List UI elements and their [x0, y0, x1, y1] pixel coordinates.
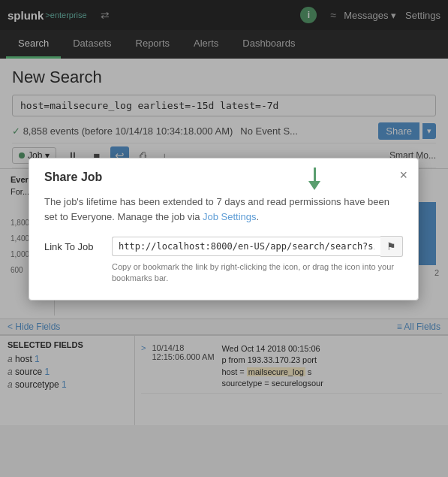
dialog-body-suffix: . [257, 211, 260, 222]
job-settings-link[interactable]: Job Settings [203, 211, 257, 222]
arrow-line [314, 168, 316, 181]
dialog-overlay: Share Job × The job's lifetime has been … [0, 0, 448, 477]
link-copy-icon-button[interactable]: ⚑ [380, 236, 403, 257]
link-to-job-field: Link To Job ⚑ [44, 236, 403, 257]
dialog-hint: Copy or bookmark the link by right-click… [112, 261, 403, 285]
dialog-title: Share Job [44, 171, 403, 184]
link-to-job-input[interactable] [112, 237, 380, 256]
arrow-head [308, 181, 320, 190]
share-arrow-indicator [308, 168, 320, 190]
link-to-job-label: Link To Job [44, 241, 112, 252]
dialog-body: The job's lifetime has been extended to … [44, 195, 403, 224]
share-job-dialog: Share Job × The job's lifetime has been … [29, 158, 419, 300]
dialog-close-button[interactable]: × [399, 168, 407, 183]
